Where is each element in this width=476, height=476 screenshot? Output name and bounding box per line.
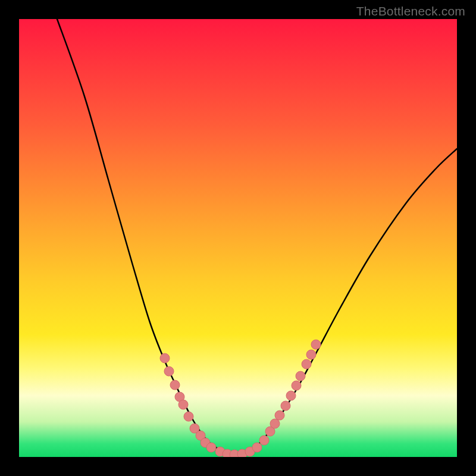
data-dot [275,411,284,420]
data-dot [164,367,174,376]
data-dot [311,340,321,349]
data-dot [184,412,193,421]
data-dot [306,350,316,359]
data-dot [302,359,311,369]
chart-frame: TheBottleneck.com [0,0,476,476]
data-dot [296,371,305,381]
curve-layer [19,19,457,457]
data-dots [160,340,321,457]
data-dot [292,381,301,390]
data-dot [170,380,180,390]
data-dot [206,443,216,452]
data-dot [270,419,280,428]
plot-area [19,19,457,457]
data-dot [252,443,262,452]
data-dot [286,391,296,400]
data-dot [259,436,269,445]
data-dot [160,353,170,363]
data-dot [178,400,188,409]
bottleneck-curve [57,19,457,454]
watermark-text: TheBottleneck.com [356,4,465,18]
data-dot [281,401,290,411]
